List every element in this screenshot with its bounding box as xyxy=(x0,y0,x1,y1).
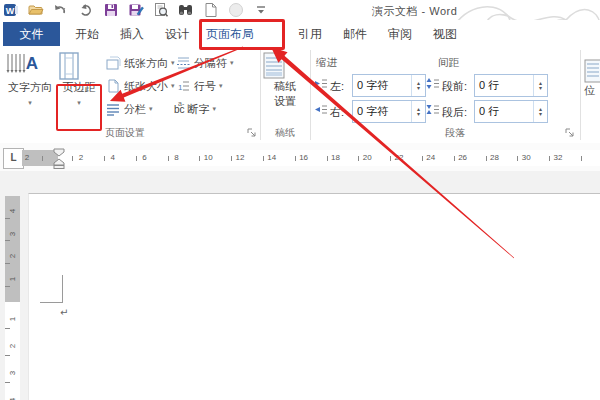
svg-text:A: A xyxy=(26,54,38,73)
print-preview-icon[interactable] xyxy=(152,2,169,19)
margins-icon xyxy=(57,52,81,80)
manuscript-settings-button[interactable]: 稿纸 设置 xyxy=(262,52,308,109)
orientation-icon xyxy=(106,56,121,70)
tab-page-layout[interactable]: 页面布局 xyxy=(200,23,260,46)
ruler-tick xyxy=(295,156,296,161)
spacing-after-spinner[interactable]: ▴▾ xyxy=(533,101,547,122)
indent-section-label: 缩进 xyxy=(316,56,337,70)
v-ruler-scale: 43211234 xyxy=(5,196,20,400)
ruler-number: 4 xyxy=(106,153,120,162)
text-direction-label: 文字方向 xyxy=(5,80,55,95)
save-as-icon[interactable] xyxy=(127,2,144,19)
paragraph-dialog-launcher-icon[interactable] xyxy=(564,127,575,138)
word-window: W xyxy=(0,0,600,400)
ruler-tick xyxy=(327,156,328,161)
spacing-section-label: 间距 xyxy=(438,56,459,70)
undo-icon[interactable] xyxy=(52,2,69,19)
paper-size-button[interactable]: 纸张大小 ▾ xyxy=(106,78,175,94)
position-icon xyxy=(584,59,600,83)
manuscript-settings-label-1: 稿纸 xyxy=(262,79,308,94)
indent-right-label: 右: xyxy=(330,105,344,120)
h-ruler-scale: 2 2468101214161820222426283032 xyxy=(22,150,600,166)
ruler-number: 8 xyxy=(169,153,183,162)
ruler-tick xyxy=(231,156,232,161)
ruler-tick xyxy=(517,156,518,161)
hanging-indent-marker[interactable] xyxy=(53,158,65,169)
ruler-number: 10 xyxy=(201,153,215,162)
ruler-number: 1 xyxy=(8,272,18,287)
ruler-number: 28 xyxy=(487,153,501,162)
indent-left-field[interactable]: 0 字符 ▴▾ xyxy=(352,74,426,97)
ruler-tick xyxy=(5,286,10,287)
ruler-number: 2 xyxy=(8,339,18,354)
ruler-tick xyxy=(136,156,137,161)
ruler-tick xyxy=(5,328,10,329)
ruler-number: 24 xyxy=(424,153,438,162)
new-document-icon[interactable] xyxy=(202,2,219,19)
manuscript-settings-icon xyxy=(262,52,286,79)
page-setup-dialog-launcher-icon[interactable] xyxy=(246,127,257,138)
spacing-after-icon xyxy=(426,103,440,116)
breaks-label: 分隔符 xyxy=(194,56,227,71)
ruler-tick xyxy=(5,218,10,219)
save-icon[interactable] xyxy=(102,2,119,19)
ruler-tick xyxy=(486,156,487,161)
breaks-button[interactable]: 分隔符 ▾ xyxy=(176,55,234,71)
tab-design[interactable]: 设计 xyxy=(153,23,201,46)
title-bar: W xyxy=(0,0,600,20)
paper-size-label: 纸张大小 xyxy=(124,79,168,94)
columns-label: 分栏 xyxy=(124,102,146,117)
spacing-before-label: 段前: xyxy=(442,79,467,94)
indent-right-field[interactable]: 0 字符 ▴▾ xyxy=(352,100,426,123)
tab-home[interactable]: 开始 xyxy=(63,23,111,46)
redo-icon[interactable] xyxy=(77,2,94,19)
spacing-before-field[interactable]: 0 行 ▴▾ xyxy=(474,74,548,97)
first-line-indent-marker[interactable] xyxy=(53,148,65,157)
manuscript-settings-label-2: 设置 xyxy=(262,94,308,109)
ruler-number: 3 xyxy=(8,366,18,381)
ruler-number: 2 xyxy=(8,249,18,264)
indent-right-icon xyxy=(314,103,328,116)
columns-button[interactable]: 分栏 ▾ xyxy=(106,101,153,117)
orientation-button[interactable]: 纸张方向 ▾ xyxy=(106,55,175,71)
tab-insert[interactable]: 插入 xyxy=(108,23,156,46)
tab-file[interactable]: 文件 xyxy=(3,22,60,46)
ruler-number: 20 xyxy=(360,153,374,162)
indent-right-value: 0 字符 xyxy=(357,104,388,119)
margins-button[interactable]: 页边距 ▾ xyxy=(57,52,101,109)
find-binoculars-icon[interactable] xyxy=(177,2,194,19)
chevron-down-icon: ▾ xyxy=(219,83,223,89)
position-button-partial[interactable]: 位 xyxy=(584,59,600,98)
orientation-label: 纸张方向 xyxy=(124,56,168,71)
open-folder-icon[interactable] xyxy=(27,2,44,19)
tab-mailings[interactable]: 邮件 xyxy=(331,23,379,46)
ruler-number: 16 xyxy=(297,153,311,162)
ruler-number: 4 xyxy=(8,204,18,219)
tab-view[interactable]: 视图 xyxy=(421,23,469,46)
ruler-number: 26 xyxy=(456,153,470,162)
tab-references[interactable]: 引用 xyxy=(286,23,334,46)
text-direction-button[interactable]: A 文字方向 ▾ xyxy=(5,52,55,107)
document-page[interactable] xyxy=(28,193,600,400)
breaks-icon xyxy=(176,56,191,70)
spacing-after-field[interactable]: 0 行 ▴▾ xyxy=(474,100,548,123)
ruler-number: 1 xyxy=(8,312,18,327)
ruler-number: 6 xyxy=(138,153,152,162)
spacing-before-spinner[interactable]: ▴▾ xyxy=(533,75,547,96)
ruler-tick xyxy=(390,156,391,161)
line-numbers-button[interactable]: 1 行号 ▾ xyxy=(176,78,223,94)
hyphenation-button[interactable]: bca- 断字 ▾ xyxy=(174,101,216,117)
columns-icon xyxy=(106,102,121,116)
status-circle-icon xyxy=(227,2,244,19)
ruler-tick xyxy=(5,263,10,264)
paper-size-icon xyxy=(106,79,121,93)
ribbon-tab-row: 文件 开始 插入 设计 页面布局 引用 邮件 审阅 视图 xyxy=(0,20,600,48)
ruler-number: 4 xyxy=(8,393,18,400)
ruler-tick xyxy=(199,156,200,161)
indent-left-spinner[interactable]: ▴▾ xyxy=(411,75,425,96)
tab-review[interactable]: 审阅 xyxy=(376,23,424,46)
paragraph-mark: ↵ xyxy=(60,307,68,318)
ruler-number: 30 xyxy=(519,153,533,162)
customize-qat-icon[interactable] xyxy=(252,2,269,19)
indent-right-spinner[interactable]: ▴▾ xyxy=(411,101,425,122)
